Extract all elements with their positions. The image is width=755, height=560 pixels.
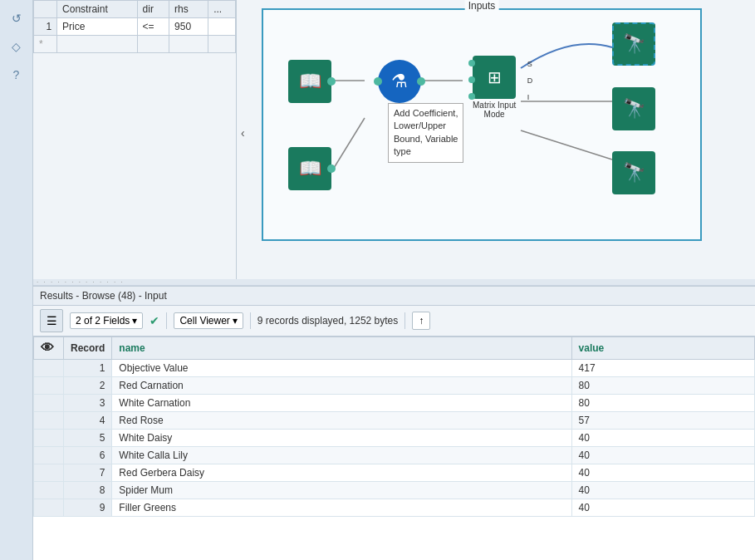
book-icon-2: 📖 xyxy=(288,147,331,190)
separator-2 xyxy=(250,312,251,329)
cell-viewer-chevron-icon: ▾ xyxy=(233,315,238,327)
constraint-dir-1: <= xyxy=(137,18,169,36)
up-arrow-btn[interactable]: ↑ xyxy=(412,312,430,330)
connector-mat-in-3 xyxy=(468,93,475,100)
constraint-extra-1 xyxy=(208,18,236,36)
binoculars-dashed-icon: 🔭 xyxy=(612,22,655,66)
binoculars-node-1[interactable]: 🔭 xyxy=(612,87,655,130)
row-icon-cell xyxy=(34,447,64,464)
results-table-header-row: 👁 Record name value xyxy=(34,337,755,360)
tooltip-line3: Bound, Variable xyxy=(394,133,458,145)
table-row: 9Filler Greens40 xyxy=(34,499,755,517)
book-node-2[interactable]: 📖 xyxy=(288,147,331,190)
cell-viewer-label: Cell Viewer xyxy=(179,315,229,327)
binoculars-node-2[interactable]: 🔭 xyxy=(612,151,655,194)
constraint-name-1[interactable]: Price xyxy=(57,18,138,36)
main-content: Constraint dir rhs ... 1 Price <= 950 xyxy=(33,0,755,560)
row-name: Spider Mum xyxy=(112,482,571,499)
row-num-1: 1 xyxy=(34,18,57,36)
row-name: White Daisy xyxy=(112,430,571,447)
sidebar: ↺ ◇ ? xyxy=(0,0,33,560)
col-header-rhs: rhs xyxy=(169,1,208,18)
row-icon-cell xyxy=(34,360,64,377)
tag-icon[interactable]: ◇ xyxy=(7,37,27,56)
science-icon: ⚗ xyxy=(378,60,421,103)
science-node[interactable]: ⚗ xyxy=(378,60,421,103)
connector-mat-in-2 xyxy=(468,76,475,83)
row-value: 40 xyxy=(571,499,754,517)
svg-line-4 xyxy=(331,118,365,172)
row-icon-cell xyxy=(34,482,64,499)
top-section: Constraint dir rhs ... 1 Price <= 950 xyxy=(33,0,755,279)
row-icon-cell xyxy=(34,464,64,482)
table-row: 4Red Rose57 xyxy=(34,412,755,430)
tooltip-line4: type xyxy=(394,145,458,158)
separator-3 xyxy=(404,312,405,329)
eye-icon: 👁 xyxy=(41,341,54,355)
row-value: 40 xyxy=(571,482,754,499)
bottom-section: Results - Browse (48) - Input ☰ 2 of 2 F… xyxy=(33,286,755,560)
matrix-icon: ⊞ xyxy=(473,56,516,99)
chevron-down-icon: ▾ xyxy=(132,315,137,327)
col-header-name[interactable]: name xyxy=(112,337,571,360)
col-header-value[interactable]: value xyxy=(571,337,754,360)
fields-label: 2 of 2 Fields xyxy=(76,315,130,327)
row-value: 57 xyxy=(571,412,754,430)
tooltip-line1: Add Coefficient, xyxy=(394,107,458,120)
row-value: 40 xyxy=(571,447,754,464)
row-num: 1 xyxy=(64,360,112,377)
row-icon-cell xyxy=(34,430,64,447)
refresh-icon[interactable]: ↺ xyxy=(7,8,27,28)
row-name: Red Carnation xyxy=(112,377,571,395)
row-value: 40 xyxy=(571,464,754,482)
fields-dropdown[interactable]: 2 of 2 Fields ▾ xyxy=(70,312,143,329)
matrix-out-s: S xyxy=(527,60,533,68)
new-row-empty-4 xyxy=(208,36,236,53)
svg-line-3 xyxy=(521,130,612,160)
scroll-indicator: · · · · · · · · · · · · · xyxy=(33,279,755,286)
new-row-empty-3 xyxy=(169,36,208,53)
row-name: White Carnation xyxy=(112,395,571,412)
new-constraint-row[interactable]: * xyxy=(34,36,236,53)
connector-mat-in-1 xyxy=(468,60,475,66)
row-name: Filler Greens xyxy=(112,499,571,517)
row-icon-cell xyxy=(34,395,64,412)
scroll-left-btn[interactable]: ‹ xyxy=(241,126,245,140)
row-num: 4 xyxy=(64,412,112,430)
row-name: Objective Value xyxy=(112,360,571,377)
row-num: 6 xyxy=(64,447,112,464)
col-header-empty xyxy=(34,1,57,18)
constraint-rhs-1[interactable]: 950 xyxy=(169,18,208,36)
records-info: 9 records displayed, 1252 bytes xyxy=(257,315,398,327)
binoculars-node-dashed[interactable]: 🔭 xyxy=(612,22,655,66)
row-name: Red Gerbera Daisy xyxy=(112,464,571,482)
results-table: 👁 Record name value 1Objective Value4172… xyxy=(33,336,755,517)
table-row: 2Red Carnation80 xyxy=(34,377,755,395)
row-icon-cell xyxy=(34,377,64,395)
row-icon-cell xyxy=(34,412,64,430)
table-row: 3White Carnation80 xyxy=(34,395,755,412)
connector-sci-in xyxy=(374,77,382,86)
row-value: 40 xyxy=(571,430,754,447)
separator-1 xyxy=(166,312,167,329)
table-icon: ☰ xyxy=(47,314,57,327)
row-num: 2 xyxy=(64,377,112,395)
table-row: 5White Daisy40 xyxy=(34,430,755,447)
col-header-constraint: Constraint xyxy=(57,1,138,18)
inputs-label: Inputs xyxy=(465,0,499,12)
matrix-label: Matrix InputMode xyxy=(473,101,516,119)
canvas-panel: Inputs 📖 xyxy=(237,0,755,279)
cell-viewer-btn[interactable]: Cell Viewer ▾ xyxy=(174,312,243,329)
help-icon[interactable]: ? xyxy=(7,65,27,85)
book-node-1[interactable]: 📖 xyxy=(288,60,331,103)
table-icon-btn[interactable]: ☰ xyxy=(40,309,63,332)
matrix-node[interactable]: ⊞ Matrix InputMode S D I xyxy=(473,56,516,119)
col-header-dir: dir xyxy=(137,1,169,18)
row-value: 80 xyxy=(571,377,754,395)
col-header-record[interactable]: Record xyxy=(64,337,112,360)
binoculars-icon-1: 🔭 xyxy=(612,87,655,130)
row-value: 80 xyxy=(571,395,754,412)
check-icon[interactable]: ✔ xyxy=(150,314,159,327)
col-header-extra: ... xyxy=(208,1,236,18)
new-row-marker: * xyxy=(34,36,57,53)
